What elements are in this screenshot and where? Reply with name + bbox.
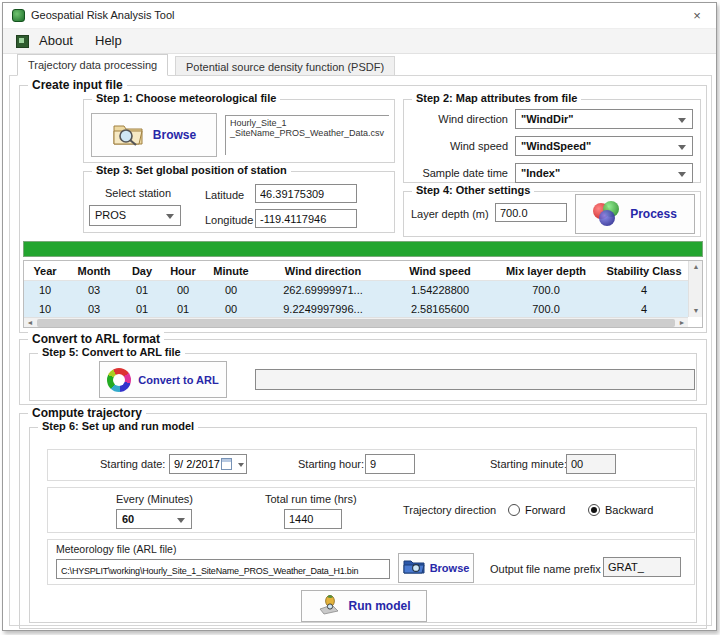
longitude-label: Longitude [205, 214, 253, 226]
forward-radio[interactable] [508, 504, 520, 516]
every-minutes-label: Every (Minutes) [116, 493, 193, 505]
vertical-scrollbar[interactable]: ▲ ▼ [688, 261, 702, 317]
table-cell: 4 [600, 281, 688, 300]
weather-data-table: YearMonthDayHourMinuteWind directionWind… [23, 260, 703, 328]
table-header-cell: Hour [162, 261, 204, 280]
total-run-time-input[interactable] [284, 509, 342, 529]
met-file-name-box: Hourly_Site_1 _SiteName_PROS_Weather_Dat… [225, 115, 389, 155]
horizontal-scroll-thumb[interactable] [37, 319, 675, 327]
step3-title: Step 3: Set global position of station [92, 164, 291, 176]
longitude-input[interactable] [255, 209, 357, 228]
menubar: About Help [3, 29, 716, 54]
screen: Geospatial Risk Analysis Tool × About He… [0, 0, 720, 635]
every-minutes-select[interactable]: 60 [116, 509, 192, 529]
table-cell: 03 [66, 281, 122, 300]
output-prefix-label: Output file name prefix [490, 563, 601, 575]
chevron-down-icon [177, 518, 185, 523]
step2-title: Step 2: Map attributes from file [412, 92, 581, 104]
table-row[interactable]: 1003010000262.69999971...1.54228800700.0… [24, 281, 688, 300]
color-ring-icon [107, 368, 131, 392]
scroll-down-icon[interactable]: ▼ [689, 305, 703, 317]
table-header-cell: Mix layer depth [492, 261, 600, 280]
run-model-button[interactable]: Run model [301, 590, 427, 622]
wind-direction-label: Wind direction [408, 113, 508, 125]
every-minutes-value: 60 [122, 513, 134, 525]
starting-date-value: 9/ 2/2017 [174, 458, 220, 470]
layer-depth-input[interactable] [495, 203, 567, 222]
horizontal-scrollbar[interactable]: ◄ ► [24, 317, 688, 327]
starting-hour-input[interactable] [365, 454, 415, 474]
met-arl-file-label: Meteorology file (ARL file) [56, 543, 176, 555]
app-logo-icon [12, 9, 25, 22]
scroll-left-icon[interactable]: ◄ [24, 318, 36, 328]
about-menu-icon [16, 35, 29, 48]
folder-search-icon [112, 119, 146, 151]
table-body: 1003010000262.69999971...1.54228800700.0… [24, 281, 688, 319]
starting-minute-input[interactable] [566, 454, 616, 474]
table-header-cell: Year [24, 261, 66, 280]
table-header-cell: Minute [204, 261, 258, 280]
menu-help[interactable]: Help [91, 33, 126, 48]
browse-met-file-button[interactable]: Browse [91, 113, 217, 157]
latitude-input[interactable] [255, 184, 357, 203]
tab-psdf[interactable]: Potential source density function (PSDF) [175, 56, 395, 76]
chevron-down-icon [678, 118, 686, 123]
output-prefix-input[interactable] [603, 557, 681, 577]
chevron-down-icon [238, 463, 244, 467]
starting-date-label: Starting date: [100, 458, 165, 470]
table-cell: 01 [122, 281, 162, 300]
tab-trajectory-data-processing[interactable]: Trajectory data processing [17, 54, 168, 76]
convert-progress-field [255, 369, 695, 390]
convert-to-arl-button[interactable]: Convert to ARL [99, 361, 227, 398]
step5-title: Step 5: Convert to ARL file [38, 346, 185, 358]
process-button-label: Process [630, 207, 677, 221]
blue-folder-icon [403, 557, 425, 579]
table-header-row: YearMonthDayHourMinuteWind directionWind… [24, 261, 688, 281]
wind-speed-select[interactable]: "WindSpeed" [515, 136, 693, 156]
table-cell: 700.0 [492, 281, 600, 300]
calendar-icon [221, 458, 232, 470]
table-header-cell: Wind speed [388, 261, 492, 280]
table-header-cell: Day [122, 261, 162, 280]
close-button[interactable]: × [688, 7, 706, 25]
window-title: Geospatial Risk Analysis Tool [31, 9, 174, 21]
layer-depth-label: Layer depth (m) [411, 208, 489, 220]
forward-radio-label[interactable]: Forward [525, 504, 565, 516]
select-station-label: Select station [105, 187, 171, 199]
tabstrip: Trajectory data processing Potential sou… [3, 54, 716, 76]
chevron-down-icon [678, 172, 686, 177]
table-cell: 00 [204, 281, 258, 300]
browse-arl-file-button[interactable]: Browse [398, 553, 474, 583]
run-model-label: Run model [349, 599, 411, 613]
sample-date-time-value: "Index" [521, 167, 560, 179]
station-select[interactable]: PROS [89, 205, 181, 226]
process-button[interactable]: Process [575, 194, 695, 234]
scroll-up-icon[interactable]: ▲ [689, 261, 703, 273]
starting-date-picker[interactable]: 9/ 2/2017 [169, 454, 247, 474]
backward-radio[interactable] [588, 504, 600, 516]
browse-button-label: Browse [153, 128, 196, 142]
wind-direction-select[interactable]: "WindDir" [515, 109, 693, 129]
backward-radio-label[interactable]: Backward [605, 504, 653, 516]
step1-title: Step 1: Choose meteorological file [92, 92, 280, 104]
wind-speed-label: Wind speed [408, 140, 508, 152]
met-arl-file-input[interactable] [56, 559, 390, 579]
chevron-down-icon [166, 214, 174, 219]
scroll-right-icon[interactable]: ► [676, 318, 688, 328]
table-cell: 1.54228800 [388, 281, 492, 300]
app-window: Geospatial Risk Analysis Tool × About He… [2, 2, 717, 631]
step6-title: Step 6: Set up and run model [38, 420, 198, 432]
titlebar: Geospatial Risk Analysis Tool × [3, 3, 716, 29]
compute-group-title: Compute trajectory [28, 406, 146, 420]
convert-button-label: Convert to ARL [138, 374, 218, 386]
sample-date-time-select[interactable]: "Index" [515, 163, 693, 183]
convert-group-title: Convert to ARL format [28, 332, 164, 346]
chevron-down-icon [678, 145, 686, 150]
trajectory-direction-label: Trajectory direction [403, 504, 496, 516]
table-cell: 262.69999971... [258, 281, 388, 300]
table-header-cell: Month [66, 261, 122, 280]
total-run-time-label: Total run time (hrs) [265, 493, 357, 505]
run-model-icon [318, 593, 342, 619]
menu-about[interactable]: About [35, 33, 77, 48]
wind-speed-value: "WindSpeed" [521, 140, 591, 152]
